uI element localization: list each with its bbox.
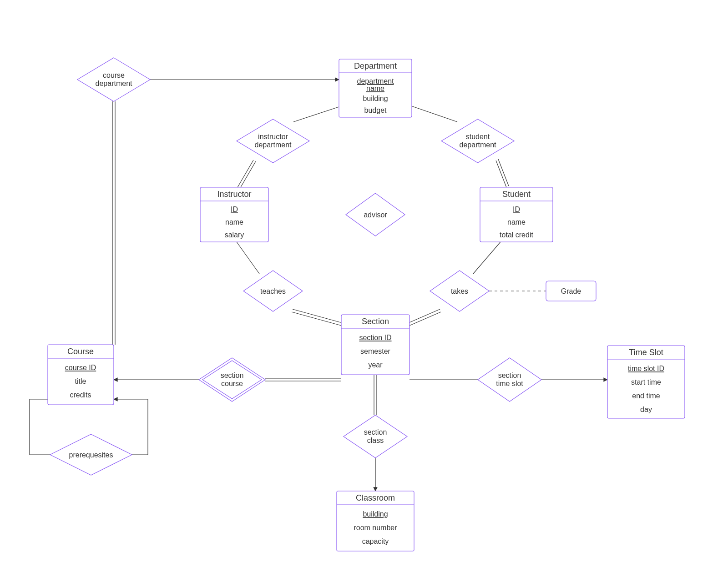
svg-text:section: section bbox=[221, 371, 244, 379]
svg-text:advisor: advisor bbox=[364, 211, 387, 219]
entity-section-attr1: year bbox=[368, 361, 383, 369]
svg-line-7 bbox=[292, 312, 341, 326]
entity-instructor-attr1: salary bbox=[225, 231, 244, 239]
edge-takes-to-student bbox=[473, 242, 500, 274]
edge-sectionclass-to-section bbox=[374, 375, 377, 415]
rel-student-department: student department bbox=[441, 119, 514, 163]
svg-text:time slot: time slot bbox=[496, 380, 523, 387]
svg-text:section: section bbox=[364, 428, 387, 436]
rel-takes: takes bbox=[430, 271, 489, 311]
svg-line-8 bbox=[409, 309, 440, 323]
entity-instructor-attr0: name bbox=[225, 218, 243, 226]
svg-text:department: department bbox=[96, 80, 132, 87]
entity-classroom-attr0: room number bbox=[354, 524, 397, 532]
svg-line-3 bbox=[240, 161, 256, 189]
edge-studdept-to-student bbox=[496, 159, 509, 187]
entity-instructor: Instructor ID name salary bbox=[200, 187, 268, 242]
edge-takes-to-section bbox=[409, 309, 441, 326]
rel-section-class: section class bbox=[344, 415, 407, 458]
edge-teaches-to-instructor bbox=[237, 242, 259, 274]
svg-text:prerequesites: prerequesites bbox=[69, 451, 113, 459]
svg-line-9 bbox=[410, 312, 441, 326]
entity-timeslot: Time Slot time slot ID start time end ti… bbox=[607, 346, 685, 418]
svg-text:takes: takes bbox=[451, 287, 468, 295]
rel-prerequisites: prerequesites bbox=[50, 434, 132, 475]
rel-instructor-department: instructor department bbox=[237, 119, 309, 163]
svg-text:instructor: instructor bbox=[258, 133, 288, 140]
entity-course-title: Course bbox=[67, 347, 94, 356]
svg-text:class: class bbox=[367, 436, 384, 444]
svg-line-4 bbox=[496, 161, 506, 187]
entity-course-attr1: credits bbox=[70, 391, 91, 399]
rel-course-department: course department bbox=[77, 58, 150, 101]
svg-text:course: course bbox=[103, 71, 125, 79]
entity-section-key: section ID bbox=[359, 334, 391, 341]
rel-advisor: advisor bbox=[346, 193, 405, 236]
edge-studdept-to-department bbox=[407, 105, 457, 122]
entity-student-title: Student bbox=[502, 190, 531, 199]
svg-text:department: department bbox=[460, 141, 496, 149]
rel-section-course: section course bbox=[199, 358, 265, 401]
er-diagram: Department departmentname building budge… bbox=[0, 0, 728, 582]
svg-text:Grade: Grade bbox=[561, 287, 581, 295]
entity-department-attr1: budget bbox=[364, 106, 387, 114]
edge-sectioncourse-to-section bbox=[265, 378, 341, 381]
entity-student-key: ID bbox=[513, 206, 520, 213]
entity-student-attr1: total credit bbox=[500, 231, 533, 239]
edge-prereq-right bbox=[114, 399, 148, 455]
entity-student-attr0: name bbox=[507, 218, 526, 226]
edge-prereq-left bbox=[30, 399, 55, 455]
entity-course-key: course ID bbox=[65, 364, 96, 371]
entity-classroom-title: Classroom bbox=[356, 493, 395, 502]
entity-student: Student ID name total credit bbox=[480, 187, 553, 242]
entity-department-title: Department bbox=[354, 61, 397, 70]
svg-text:student: student bbox=[466, 133, 490, 140]
assoc-grade: Grade bbox=[546, 281, 596, 301]
entity-section-title: Section bbox=[362, 317, 389, 326]
entity-classroom-key: building bbox=[363, 510, 388, 518]
entity-timeslot-attr1: end time bbox=[632, 392, 660, 400]
entity-timeslot-key: time slot ID bbox=[628, 365, 664, 372]
entity-section-attr0: semester bbox=[360, 347, 390, 355]
entity-timeslot-title: Time Slot bbox=[629, 348, 663, 357]
entity-timeslot-attr2: day bbox=[640, 406, 652, 413]
svg-line-5 bbox=[498, 159, 509, 186]
edge-instdept-to-instructor bbox=[238, 160, 256, 189]
entity-instructor-title: Instructor bbox=[217, 190, 251, 199]
edge-teaches-to-section bbox=[292, 309, 342, 326]
entity-timeslot-attr0: start time bbox=[631, 378, 661, 386]
entity-department: Department departmentname building budge… bbox=[339, 59, 412, 117]
edge-coursedept-to-course bbox=[112, 101, 115, 345]
rel-section-timeslot: section time slot bbox=[478, 358, 541, 401]
svg-text:section: section bbox=[498, 371, 521, 379]
svg-text:course: course bbox=[221, 380, 243, 387]
entity-classroom-attr1: capacity bbox=[362, 537, 389, 545]
entity-course-attr0: title bbox=[75, 377, 86, 385]
svg-text:teaches: teaches bbox=[260, 287, 286, 295]
edge-instdept-to-department bbox=[293, 105, 346, 122]
svg-text:department: department bbox=[255, 141, 292, 149]
entity-classroom: Classroom building room number capacity bbox=[337, 491, 414, 551]
entity-department-attr0: building bbox=[363, 95, 388, 102]
rel-teaches: teaches bbox=[243, 271, 303, 311]
entity-course: Course course ID title credits bbox=[48, 345, 114, 405]
svg-line-2 bbox=[238, 160, 253, 187]
entity-section: Section section ID semester year bbox=[341, 315, 410, 375]
entity-instructor-key: ID bbox=[231, 206, 238, 213]
svg-line-6 bbox=[293, 309, 342, 323]
